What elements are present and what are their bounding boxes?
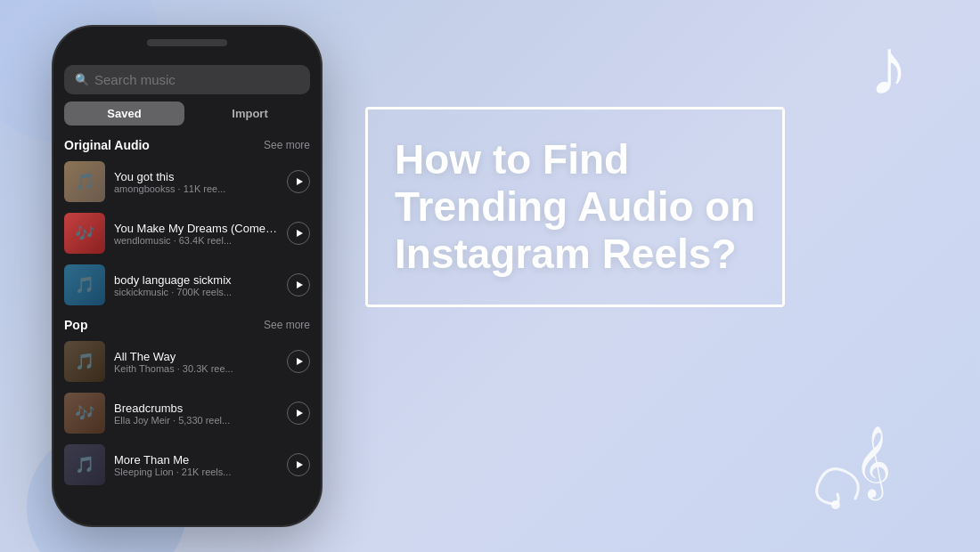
list-item: 🎵 More Than Me Sleeping Lion · 21K reels… [53, 439, 321, 491]
see-more-pop[interactable]: See more [264, 319, 310, 331]
music-meta: sickickmusic · 700K reels... [114, 287, 278, 297]
list-item: 🎵 You got this amongbookss · 11K ree... [53, 156, 321, 207]
music-meta: Sleeping Lion · 21K reels... [114, 467, 278, 477]
music-meta: Keith Thomas · 30.3K ree... [114, 363, 278, 374]
phone-screen: 🔍 Saved Import Original Audio See more 🎵… [53, 27, 321, 525]
list-item: 🎵 All The Way Keith Thomas · 30.3K ree..… [53, 336, 321, 387]
music-info: body language sickmix sickickmusic · 700… [114, 273, 278, 297]
section-header-original: Original Audio See more [53, 131, 321, 156]
list-item: 🎶 Breadcrumbs Ella Joy Meir · 5,330 reel… [53, 387, 321, 439]
play-button[interactable] [287, 402, 310, 425]
title-line-2: Trending Audio on [395, 183, 755, 230]
album-art-image: 🎵 [64, 161, 105, 202]
title-box: How to Find Trending Audio on Instagram … [365, 107, 785, 307]
title-line-3: Instagram Reels? [395, 231, 736, 277]
music-info: Breadcrumbs Ella Joy Meir · 5,330 reel..… [114, 402, 278, 426]
main-title: How to Find Trending Audio on Instagram … [395, 136, 755, 278]
album-art: 🎶 [64, 393, 105, 434]
section-header-pop: Pop See more [53, 311, 321, 336]
music-meta: wendlomusic · 63.4K reel... [114, 235, 278, 246]
music-title: You Make My Dreams (Come Tru... [114, 222, 278, 235]
album-art: 🎶 [64, 213, 105, 254]
album-art: 🎵 [64, 161, 105, 202]
tab-import[interactable]: Import [190, 101, 310, 126]
album-art-image: 🎵 [64, 264, 105, 305]
phone-mockup: 🔍 Saved Import Original Audio See more 🎵… [53, 27, 321, 525]
album-art-image: 🎵 [64, 444, 105, 485]
album-art-image: 🎶 [64, 393, 105, 434]
music-title: body language sickmix [114, 273, 278, 287]
album-art: 🎵 [64, 444, 105, 485]
music-title: You got this [114, 170, 278, 183]
music-meta: amongbookss · 11K ree... [114, 183, 278, 194]
tabs-container: Saved Import [64, 101, 310, 126]
play-button[interactable] [287, 170, 310, 193]
svg-point-0 [831, 500, 840, 509]
search-icon: 🔍 [75, 73, 89, 86]
play-button[interactable] [287, 453, 310, 476]
play-button[interactable] [287, 222, 310, 245]
music-info: All The Way Keith Thomas · 30.3K ree... [114, 350, 278, 374]
svg-marker-6 [297, 461, 303, 468]
phone-content: 🔍 Saved Import Original Audio See more 🎵… [53, 27, 321, 525]
album-art: 🎵 [64, 341, 105, 382]
svg-marker-2 [297, 230, 303, 237]
music-info: More Than Me Sleeping Lion · 21K reels..… [114, 453, 278, 477]
music-note-decoration: ♪ [869, 27, 909, 107]
right-panel: How to Find Trending Audio on Instagram … [365, 107, 953, 307]
svg-marker-1 [297, 178, 303, 185]
play-button[interactable] [287, 273, 310, 296]
tab-saved[interactable]: Saved [64, 101, 184, 126]
music-info: You got this amongbookss · 11K ree... [114, 170, 278, 194]
svg-marker-5 [297, 410, 303, 417]
list-item: 🎶 You Make My Dreams (Come Tru... wendlo… [53, 207, 321, 259]
svg-marker-3 [297, 281, 303, 288]
search-input[interactable] [94, 72, 299, 87]
see-more-original[interactable]: See more [264, 139, 310, 151]
play-button[interactable] [287, 350, 310, 373]
album-art-image: 🎶 [64, 213, 105, 254]
album-art: 🎵 [64, 264, 105, 305]
music-info: You Make My Dreams (Come Tru... wendlomu… [114, 222, 278, 246]
phone-pill [147, 39, 227, 46]
music-title: All The Way [114, 350, 278, 363]
music-title: More Than Me [114, 453, 278, 467]
music-meta: Ella Joy Meir · 5,330 reel... [114, 415, 278, 426]
section-title-original: Original Audio [64, 138, 150, 152]
music-title: Breadcrumbs [114, 402, 278, 415]
list-item: 🎵 body language sickmix sickickmusic · 7… [53, 259, 321, 311]
title-line-1: How to Find [395, 136, 629, 183]
swirl-decoration [802, 454, 873, 525]
svg-marker-4 [297, 358, 303, 365]
search-bar[interactable]: 🔍 [64, 65, 310, 94]
section-title-pop: Pop [64, 318, 87, 332]
album-art-image: 🎵 [64, 341, 105, 382]
